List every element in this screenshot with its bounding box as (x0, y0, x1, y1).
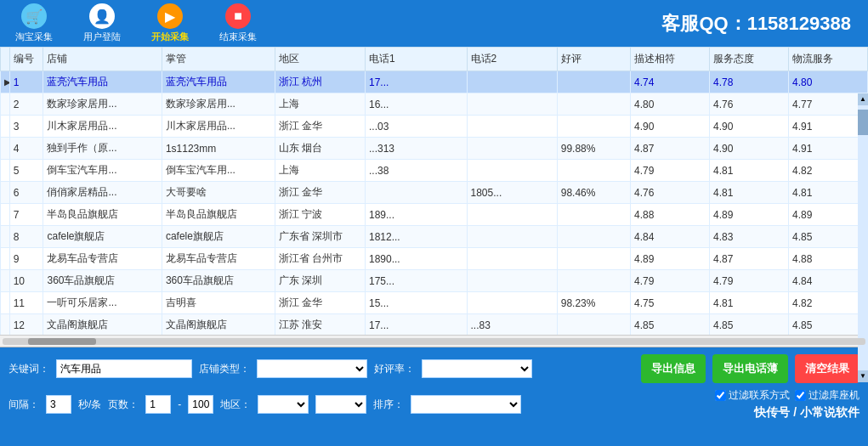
table-row[interactable]: 6 俏俏家居精品... 大哥要啥 浙江 金华 1805... 98.46% 4.… (1, 182, 868, 204)
row-pointer (1, 204, 10, 226)
cell-manager: 龙易车品专营店 (162, 248, 275, 270)
col-good: 好评 (557, 48, 630, 71)
cell-no: 1 (9, 71, 43, 93)
interval-input[interactable] (46, 395, 71, 414)
clear-results-btn[interactable]: 清空结果 (795, 354, 859, 383)
export-info-btn[interactable]: 导出信息 (641, 354, 706, 383)
cell-phone1: ...03 (365, 116, 467, 138)
cell-shop: 数家珍家居用... (43, 93, 162, 116)
cell-logistics: 4.85 (789, 314, 868, 336)
stop-collect-btn[interactable]: ■ 结束采集 (213, 3, 264, 43)
cell-desc: 4.75 (631, 292, 710, 314)
start-collect-btn[interactable]: ▶ 开始采集 (145, 3, 196, 43)
cell-phone1: 17... (365, 314, 467, 336)
cell-no: 2 (9, 93, 43, 116)
filter-warehouse-label[interactable]: 过滤库座机 (795, 388, 859, 403)
table-row[interactable]: 5 倒车宝汽车用... 倒车宝汽车用... 上海 ...38 4.79 4.81… (1, 160, 868, 182)
filter-contact-label[interactable]: 过滤联系方式 (715, 388, 790, 403)
footer-row-1: 关键词： 店铺类型： 好评率： 导出信息 导出电话薄 清空结果 (9, 354, 859, 383)
good-rate-select[interactable] (422, 359, 532, 378)
cell-phone1: ...313 (365, 138, 467, 160)
col-desc: 描述相符 (631, 48, 710, 71)
cell-phone1: 175... (365, 270, 467, 292)
table-row[interactable]: 10 360车品旗舰店 360车品旗舰店 广东 深圳 175... 4.79 4… (1, 270, 868, 292)
data-table: 编号 店铺 掌管 地区 电话1 电话2 好评 描述相符 服务态度 物流服务 ▶ … (0, 47, 868, 336)
export-phonebook-btn[interactable]: 导出电话薄 (712, 354, 788, 383)
cell-good (557, 71, 630, 93)
table-row[interactable]: 2 数家珍家居用... 数家珍家居用... 上海 16... 4.80 4.76… (1, 93, 868, 116)
col-pointer (1, 48, 10, 71)
region-city-select[interactable] (315, 395, 366, 414)
row-pointer (1, 248, 10, 270)
cell-good (557, 314, 630, 336)
play-icon: ▶ (157, 3, 183, 29)
cell-manager: 文晶阁旗舰店 (162, 314, 275, 336)
user-login-btn[interactable]: 👤 用户登陆 (77, 3, 128, 43)
scroll-track[interactable] (858, 105, 868, 370)
cell-shop: 360车品旗舰店 (43, 270, 162, 292)
cell-service: 4.76 (710, 93, 789, 116)
cell-good (557, 248, 630, 270)
data-table-area[interactable]: 编号 店铺 掌管 地区 电话1 电话2 好评 描述相符 服务态度 物流服务 ▶ … (0, 47, 868, 336)
cell-phone1 (365, 182, 467, 204)
shop-type-label: 店铺类型： (199, 362, 250, 376)
header: 🛒 淘宝采集 👤 用户登陆 ▶ 开始采集 ■ 结束采集 客服QQ：1158129… (0, 0, 868, 47)
footer-buttons-area: 导出信息 导出电话薄 清空结果 (641, 354, 859, 383)
cell-desc: 4.79 (631, 160, 710, 182)
col-shop: 店铺 (43, 48, 162, 71)
row-pointer (1, 292, 10, 314)
keyword-input[interactable] (56, 359, 192, 378)
table-row[interactable]: ▶ 1 蓝亮汽车用品 蓝亮汽车用品 浙江 杭州 17... 4.74 4.78 … (1, 71, 868, 93)
table-row[interactable]: 11 一听可乐居家... 吉明喜 浙江 金华 15... 98.23% 4.75… (1, 292, 868, 314)
cell-desc: 4.88 (631, 204, 710, 226)
cell-region: 广东省 深圳市 (275, 226, 365, 248)
page-separator: - (178, 398, 181, 410)
page-from-input[interactable] (145, 395, 171, 414)
cell-phone1: 15... (365, 292, 467, 314)
user-icon: 👤 (89, 3, 115, 29)
cell-manager: 倒车宝汽车用... (162, 160, 275, 182)
filter-warehouse-checkbox[interactable] (795, 390, 806, 401)
region-province-select[interactable] (258, 395, 309, 414)
row-pointer: ▶ (1, 71, 10, 93)
cell-shop: 文晶阁旗舰店 (43, 314, 162, 336)
cell-manager: 半岛良品旗舰店 (162, 204, 275, 226)
scroll-down-btn[interactable]: ▼ (858, 370, 868, 382)
row-pointer (1, 182, 10, 204)
scroll-thumb[interactable] (858, 110, 868, 135)
interval-unit: 秒/条 (78, 398, 101, 412)
table-row[interactable]: 8 cafele旗舰店 cafele旗舰店 广东省 深圳市 1812... 4.… (1, 226, 868, 248)
taobao-collect-btn[interactable]: 🛒 淘宝采集 (9, 3, 60, 43)
cell-good (557, 93, 630, 116)
cell-phone2 (467, 292, 557, 314)
cell-phone2 (467, 270, 557, 292)
cell-shop: 川木家居用品... (43, 116, 162, 138)
region-label: 地区： (220, 398, 251, 412)
cell-service: 4.81 (710, 160, 789, 182)
row-pointer (1, 116, 10, 138)
table-row[interactable]: 3 川木家居用品... 川木家居用品... 浙江 金华 ...03 4.90 4… (1, 116, 868, 138)
cell-shop: 倒车宝汽车用... (43, 160, 162, 182)
col-logistics: 物流服务 (789, 48, 868, 71)
cell-desc: 4.87 (631, 138, 710, 160)
cell-good (557, 160, 630, 182)
cell-region: 上海 (275, 93, 365, 116)
table-row[interactable]: 12 文晶阁旗舰店 文晶阁旗舰店 江苏 淮安 17... ...83 4.85 … (1, 314, 868, 336)
filter-contact-checkbox[interactable] (715, 390, 726, 401)
scroll-up-btn[interactable]: ▲ (858, 93, 868, 105)
cell-shop: 独到手作（原... (43, 138, 162, 160)
cell-no: 7 (9, 204, 43, 226)
cell-service: 4.81 (710, 292, 789, 314)
cell-no: 11 (9, 292, 43, 314)
table-row[interactable]: 4 独到手作（原... 1s1123mm 山东 烟台 ...313 99.88%… (1, 138, 868, 160)
table-row[interactable]: 9 龙易车品专营店 龙易车品专营店 浙江省 台州市 1890... 4.89 4… (1, 248, 868, 270)
cell-manager: 1s1123mm (162, 138, 275, 160)
shop-type-select[interactable] (257, 359, 367, 378)
horizontal-scrollbar[interactable] (0, 336, 868, 347)
table-body: ▶ 1 蓝亮汽车用品 蓝亮汽车用品 浙江 杭州 17... 4.74 4.78 … (1, 71, 868, 336)
page-to-input[interactable] (188, 395, 213, 414)
cell-logistics: 4.88 (789, 248, 868, 270)
table-row[interactable]: 7 半岛良品旗舰店 半岛良品旗舰店 浙江 宁波 189... 4.88 4.89… (1, 204, 868, 226)
cell-desc: 4.85 (631, 314, 710, 336)
sort-select[interactable] (411, 395, 521, 414)
